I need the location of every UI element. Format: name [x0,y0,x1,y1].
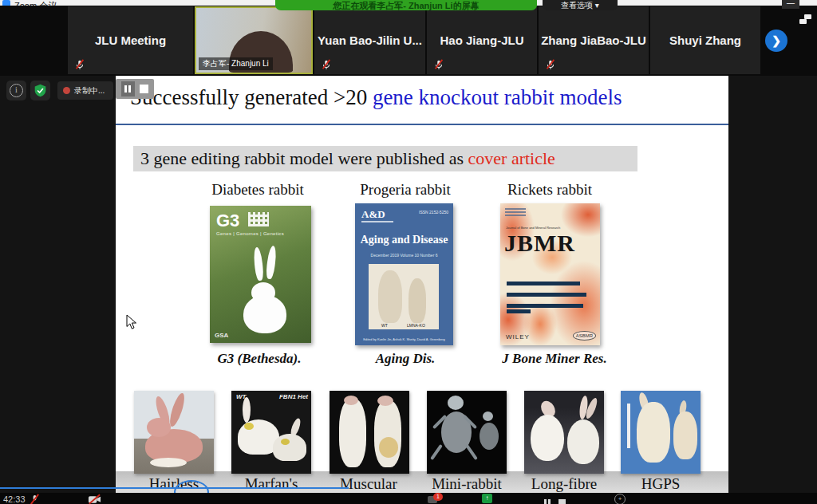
minimize-button[interactable]: — [782,0,799,9]
screen-share-banner: 您正在观看李占军- Zhanjun Li的屏幕 [275,0,537,10]
g3-dot-pattern-icon [248,212,269,226]
participant-name: Zhang JiaBao-JLU [541,33,646,47]
recording-label: 录制中... [74,85,105,96]
rabbit-wt [378,270,402,323]
ad-issn: ISSN 2152-5250 [419,210,448,215]
mic-muted-icon [433,59,444,70]
participant-name: Hao Jiang-JLU [440,33,523,47]
photo-hairless-rabbit [134,391,214,474]
jbmr-article-line [507,282,580,285]
cover-label-rickets: Rickets rabbit [507,181,592,199]
share-arrow-icon: ↑ [486,494,489,502]
jbmr-logo: JBMR [504,230,575,257]
share-screen-button[interactable]: ↑ [482,494,492,503]
zoom-app-icon [2,0,10,6]
journal-name-g3: G3 (Bethesda). [218,351,302,367]
cover-label-progeria: Progeria rabbit [360,181,450,199]
toolbar-video-muted-icon[interactable] [88,494,101,504]
participant-name: 李占军- Zhanjun Li [199,57,273,70]
security-button[interactable] [30,81,50,100]
next-participants-button[interactable]: ❯ [765,30,787,52]
photo-tag-wt: WT [381,323,388,328]
photo-long-fibre-rabbits [524,391,604,474]
rabbit-ear [265,246,277,280]
photo-tag-ko: LMNA-KO [407,323,425,328]
shared-screen-area: Successfully generated >20 gene knockout… [0,76,817,493]
jbmr-article-line [507,293,586,297]
mic-muted-icon [321,59,332,70]
ad-editors-line: Edited by Kunlin Jin, Ashok K. Shetty, D… [355,337,453,341]
toolbar-pause-recording-icon[interactable] [544,495,552,504]
stop-recording-button[interactable] [140,85,148,93]
photo-hgps-rabbits [621,391,701,474]
gallery-view-icon[interactable] [799,14,811,24]
model-label-long-fibre: Long-fibre [531,475,597,493]
ad-brand: A&D [361,208,385,221]
ad-brand-underline [361,221,393,222]
participant-name: Shuyi Zhang [669,33,741,47]
ad-issue-line: December 2019 Volume 10 Number 6 [355,253,453,258]
recording-dot-icon [63,87,70,94]
journal-cover-g3: G3 Genes | Genomes | Genetics GSA [210,206,311,343]
model-label-muscular: Muscular [340,475,397,493]
journal-name-jbmr: J Bone Miner Res. [502,351,606,367]
info-icon: i [10,84,23,97]
recording-indicator: 录制中... [57,81,113,100]
model-label-mini-rabbit: Mini-rabbit [432,475,502,493]
journal-name-aging-dis: Aging Dis. [376,351,436,367]
cover-label-diabetes: Diabetes rabbit [211,181,304,199]
chevron-right-icon: ❯ [772,34,781,47]
ad-cover-photo: WT LMNA-KO [369,264,439,329]
ad-title: Aging and Disease [355,234,453,246]
photo-muscular-rabbits [330,391,409,474]
pause-recording-button[interactable] [121,81,135,96]
participant-name: JLU Meeting [95,33,166,47]
slide-subtitle: 3 gene editing rabbit model were publish… [133,146,637,171]
model-label-hgps: HGPS [641,475,681,493]
mic-muted-icon [74,59,85,70]
participant-strip: JLU Meeting 李占军- Zhanjun Li Yuan Bao-Jil… [0,6,817,76]
photo-mini-rabbit-xray [427,391,507,474]
model-label-marfans: Marfan's [245,475,298,493]
rabbit-ear [253,247,264,282]
participant-name: Yuan Bao-Jilin U... [318,33,422,47]
reactions-button[interactable]: + [614,494,626,504]
asbmr-logo: ASBMR [573,331,596,341]
view-options-button[interactable]: 查看选项 ▾ [543,0,618,10]
presentation-slide: Successfully generated >20 gene knockout… [116,76,728,493]
journal-cover-jbmr: Journal of Bone and Mineral Research JBM… [500,203,600,345]
info-button[interactable]: i [6,81,26,100]
recording-controls [116,79,154,99]
jbmr-volume-lines [505,208,526,216]
shield-check-icon [34,84,47,97]
photo-marfan-rabbits: WT FBN1 Het [231,391,311,474]
meeting-toolbar: 42:33 1 ↑ + [0,493,817,504]
g3-logo: G3 [216,211,239,231]
participant-tile[interactable]: Zhang JiaBao-JLU [539,6,649,74]
plus-icon: + [618,495,622,502]
toolbar-mic-muted-icon[interactable] [29,494,41,504]
gsa-logo: GSA [215,332,228,339]
journal-cover-aging-disease: A&D ISSN 2152-5250 Aging and Disease Dec… [355,203,453,345]
jbmr-article-line [507,304,583,308]
toolbar-stop-recording-icon[interactable] [558,495,566,504]
photo-tag-fbn1: FBN1 Het [279,393,308,400]
mouse-cursor [126,314,138,330]
chat-badge: 1 [433,493,443,501]
wiley-logo: WILEY [506,333,530,341]
participant-tile[interactable]: Hao Jiang-JLU [427,6,537,74]
participant-tile[interactable]: Shuyi Zhang [650,6,760,74]
chat-button[interactable]: 1 [428,494,444,504]
participant-tile[interactable]: Yuan Bao-Jilin U... [314,6,425,74]
title-divider [116,124,728,125]
participant-tile-video[interactable]: 李占军- Zhanjun Li [195,6,313,74]
scale-bar [627,404,630,448]
window-title: Zoom 会议 [14,0,57,6]
participant-tile[interactable]: JLU Meeting [68,6,193,74]
jbmr-article-line [507,309,531,313]
rabbit-ko [408,278,426,323]
g3-tagline: Genes | Genomes | Genetics [216,231,284,236]
slide-title: Successfully generated >20 gene knockout… [130,85,622,110]
rabbit-body [243,295,286,333]
meeting-timer: 42:33 [3,494,26,504]
